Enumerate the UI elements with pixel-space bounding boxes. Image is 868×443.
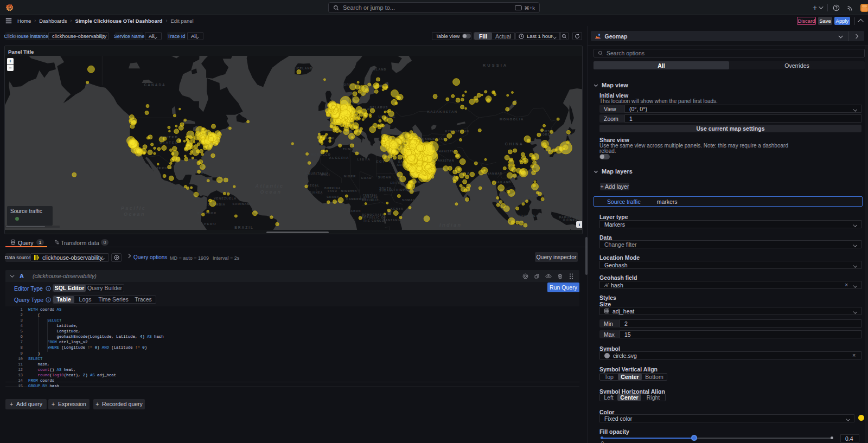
svg-text:LIBYA: LIBYA (357, 158, 371, 161)
svg-text:GHANA: GHANA (327, 195, 339, 198)
svg-text:NIGER: NIGER (344, 175, 356, 178)
svg-text:PHILIPPINES: PHILIPPINES (524, 194, 548, 197)
svg-text:TANZANIA: TANZANIA (384, 219, 401, 222)
svg-text:Indian: Indian (439, 222, 462, 228)
svg-text:MONGOLIA: MONGOLIA (500, 118, 524, 121)
svg-text:SUDAN: SUDAN (379, 189, 392, 192)
svg-text:NIGERIA: NIGERIA (341, 189, 358, 192)
svg-text:Pacific: Pacific (121, 206, 146, 211)
svg-text:GUINEA: GUINEA (309, 191, 323, 194)
svg-text:GABON: GABON (348, 209, 361, 213)
svg-text:SURINAME: SURINAME (232, 202, 252, 206)
svg-text:KAZAKHSTAN: KAZAKHSTAN (427, 110, 457, 113)
svg-text:Atlantic: Atlantic (254, 183, 284, 189)
svg-text:PERU: PERU (204, 222, 216, 226)
svg-text:MAURITANIA: MAURITANIA (305, 172, 329, 175)
svg-text:REPUBLIC: REPUBLIC (362, 199, 379, 202)
svg-text:ALGERIA: ALGERIA (329, 156, 349, 159)
svg-text:FASO: FASO (328, 189, 337, 192)
svg-text:FINLAND: FINLAND (369, 68, 386, 71)
svg-text:VENEZUELA: VENEZUELA (214, 197, 237, 200)
svg-text:KENYA: KENYA (391, 207, 404, 210)
svg-text:MYANMAR: MYANMAR (485, 172, 503, 175)
svg-text:CHINA: CHINA (505, 142, 524, 146)
svg-text:BRAZIL: BRAZIL (234, 226, 254, 229)
svg-text:Ocean: Ocean (124, 211, 145, 217)
svg-text:TUNISIA: TUNISIA (343, 147, 359, 151)
svg-text:CHAD: CHAD (361, 176, 372, 179)
svg-text:INDONESIA: INDONESIA (515, 214, 541, 217)
svg-text:SUDAN: SUDAN (378, 176, 392, 179)
svg-text:Ocean: Ocean (260, 189, 282, 195)
svg-text:GUINEA: GUINEA (563, 219, 578, 222)
svg-text:PAKISTAN: PAKISTAN (435, 159, 454, 162)
svg-text:RUSSIA: RUSSIA (483, 63, 508, 68)
svg-text:THE CONGO: THE CONGO (363, 219, 385, 222)
svg-text:CANADA: CANADA (144, 83, 166, 87)
svg-text:KYRGYZSTAN: KYRGYZSTAN (445, 130, 469, 133)
svg-text:SOMALIA: SOMALIA (402, 198, 419, 202)
svg-text:GUATEMALA: GUATEMALA (171, 186, 194, 189)
